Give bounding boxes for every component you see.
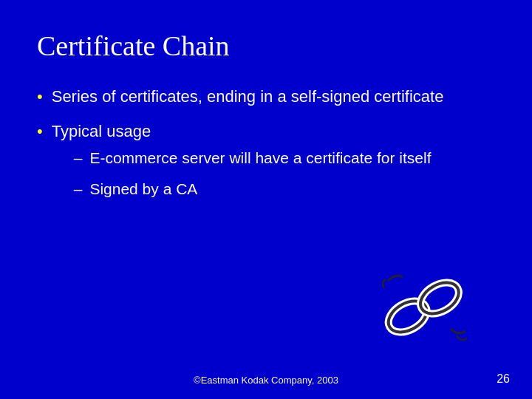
sub-bullet-text-1: E-commerce server will have a certificat… xyxy=(89,146,431,170)
bullet-dot-1: • xyxy=(37,84,43,109)
sub-dash-1: – xyxy=(74,146,83,170)
page-number: 26 xyxy=(497,372,510,386)
sub-dash-2: – xyxy=(74,177,83,201)
bullet-text-2: Typical usage xyxy=(52,122,151,140)
bullet-item-2: • Typical usage – E-commerce server will… xyxy=(37,119,495,208)
footer: ©Eastman Kodak Company, 2003 xyxy=(0,375,532,386)
slide-title: Certificate Chain xyxy=(37,30,495,62)
slide-content: • Series of certificates, ending in a se… xyxy=(37,84,495,208)
bullet-item-1: • Series of certificates, ending in a se… xyxy=(37,84,495,109)
bullet-item-2-content: Typical usage – E-commerce server will h… xyxy=(52,119,432,208)
chain-icon xyxy=(377,266,473,347)
bullet-dot-2: • xyxy=(37,119,43,143)
bullet-text-1: Series of certificates, ending in a self… xyxy=(52,84,444,109)
slide: Certificate Chain • Series of certificat… xyxy=(0,0,532,399)
footer-text: ©Eastman Kodak Company, 2003 xyxy=(194,375,338,386)
sub-bullet-text-2: Signed by a CA xyxy=(89,177,197,201)
sub-bullet-item-1: – E-commerce server will have a certific… xyxy=(74,146,432,170)
sub-bullet-item-2: – Signed by a CA xyxy=(74,177,432,201)
sub-bullet-list: – E-commerce server will have a certific… xyxy=(74,146,432,200)
main-bullet-list: • Series of certificates, ending in a se… xyxy=(37,84,495,208)
